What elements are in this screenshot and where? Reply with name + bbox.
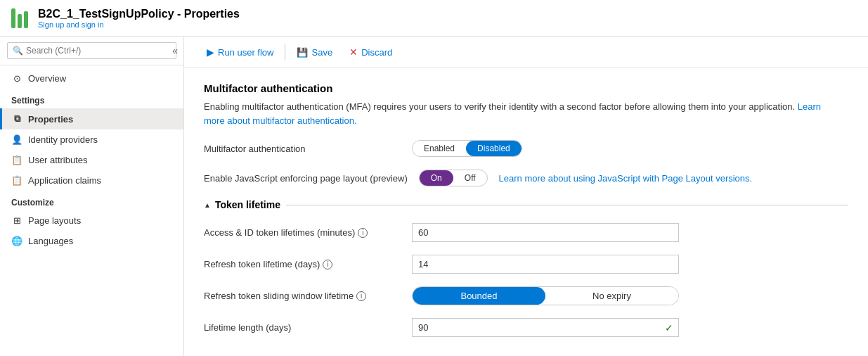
mfa-section: Multifactor authentication Enabling mult… <box>204 82 848 186</box>
sidebar-app-claims-label: Application claims <box>28 175 101 186</box>
properties-icon: ⧉ <box>11 113 22 125</box>
divider-line <box>286 205 848 205</box>
sidebar-item-languages[interactable]: 🌐 Languages <box>0 231 183 251</box>
js-learn-more-link[interactable]: Learn more about using JavaScript with P… <box>499 173 753 184</box>
header: B2C_1_TestSignUpPolicy - Properties Sign… <box>0 0 868 37</box>
save-icon: 💾 <box>297 47 308 58</box>
check-icon: ✓ <box>665 322 673 333</box>
run-user-flow-label: Run user flow <box>218 47 273 58</box>
discard-label: Discard <box>361 47 392 58</box>
sliding-window-info-icon[interactable]: i <box>356 291 366 301</box>
token-divider: ▲ Token lifetime <box>204 199 848 210</box>
access-token-input[interactable] <box>412 223 679 242</box>
bounded-option[interactable]: Bounded <box>413 287 545 305</box>
overview-icon: ⊙ <box>11 73 22 84</box>
sidebar-item-user-attributes[interactable]: 📋 User attributes <box>0 150 183 170</box>
sidebar-item-identity-providers[interactable]: 👤 Identity providers <box>0 129 183 150</box>
sidebar-item-properties[interactable]: ⧉ Properties <box>0 108 183 129</box>
run-user-flow-button[interactable]: ▶ Run user flow <box>198 42 282 62</box>
page-title: B2C_1_TestSignUpPolicy - Properties <box>38 8 240 20</box>
refresh-token-label: Refresh token lifetime (days) i <box>204 259 401 269</box>
toolbar: ▶ Run user flow 💾 Save ✕ Discard <box>184 37 868 68</box>
refresh-token-info-icon[interactable]: i <box>323 260 332 269</box>
settings-section-label: Settings <box>0 89 183 108</box>
sliding-window-row: Refresh token sliding window lifetime i … <box>204 286 848 305</box>
lifetime-length-label: Lifetime length (days) <box>204 322 401 333</box>
mfa-enabled-option[interactable]: Enabled <box>413 141 466 156</box>
header-title-block: B2C_1_TestSignUpPolicy - Properties Sign… <box>38 8 240 29</box>
search-input[interactable] <box>7 42 176 59</box>
customize-section-label: Customize <box>0 191 183 210</box>
mfa-toggle-group[interactable]: Enabled Disabled <box>412 140 522 157</box>
discard-button[interactable]: ✕ Discard <box>341 42 401 62</box>
discard-icon: ✕ <box>349 46 358 58</box>
js-field-label: Enable JavaScript enforcing page layout … <box>204 173 408 184</box>
mfa-desc-text: Enabling multifactor authentication (MFA… <box>204 101 795 112</box>
lifetime-length-row: Lifetime length (days) 90 ✓ <box>204 318 848 337</box>
sidebar: 🔍 « ⊙ Overview Settings ⧉ Properties 👤 I… <box>0 37 184 356</box>
mfa-description: Enabling multifactor authentication (MFA… <box>204 100 836 127</box>
refresh-token-row: Refresh token lifetime (days) i <box>204 255 848 274</box>
page-layouts-icon: ⊞ <box>11 215 22 226</box>
languages-icon: 🌐 <box>11 236 22 246</box>
page-subtitle: Sign up and sign in <box>38 20 240 29</box>
lifetime-length-select-wrap: 90 ✓ <box>412 318 679 337</box>
js-toggle-row: Enable JavaScript enforcing page layout … <box>204 170 848 186</box>
lifetime-length-select[interactable]: 90 <box>412 318 679 337</box>
access-token-info-icon[interactable]: i <box>358 228 368 238</box>
save-label: Save <box>311 47 332 58</box>
right-panel: ▶ Run user flow 💾 Save ✕ Discard Multifa… <box>184 37 868 356</box>
sidebar-page-layouts-label: Page layouts <box>28 215 81 226</box>
user-attributes-icon: 📋 <box>11 155 22 165</box>
sidebar-item-application-claims[interactable]: 📋 Application claims <box>0 170 183 191</box>
identity-providers-icon: 👤 <box>11 134 22 145</box>
sidebar-overview-label: Overview <box>28 73 66 84</box>
toolbar-divider-1 <box>285 44 285 61</box>
no-expiry-option[interactable]: No expiry <box>545 287 678 305</box>
access-token-row: Access & ID token lifetimes (minutes) i <box>204 223 848 242</box>
sliding-toggle-group[interactable]: Bounded No expiry <box>412 286 679 305</box>
token-lifetime-title-wrap[interactable]: ▲ Token lifetime <box>204 199 280 210</box>
mfa-title: Multifactor authentication <box>204 82 848 94</box>
sidebar-user-attr-label: User attributes <box>28 155 88 165</box>
js-toggle-group[interactable]: On Off <box>419 170 488 186</box>
sidebar-item-overview[interactable]: ⊙ Overview <box>0 68 183 89</box>
js-on-option[interactable]: On <box>420 170 453 186</box>
run-icon: ▶ <box>207 46 214 58</box>
sliding-window-label: Refresh token sliding window lifetime i <box>204 291 401 301</box>
js-off-option[interactable]: Off <box>453 170 487 186</box>
sidebar-search-wrap: 🔍 « <box>0 37 183 65</box>
logo-bar-1 <box>11 8 15 28</box>
sidebar-languages-label: Languages <box>28 236 73 246</box>
application-claims-icon: 📋 <box>11 175 22 186</box>
token-lifetime-section: ▲ Token lifetime Access & ID token lifet… <box>204 199 848 337</box>
search-icon: 🔍 <box>13 46 23 56</box>
sidebar-identity-label: Identity providers <box>28 134 98 145</box>
token-lifetime-title: Token lifetime <box>215 199 280 210</box>
main-layout: 🔍 « ⊙ Overview Settings ⧉ Properties 👤 I… <box>0 37 868 356</box>
mfa-toggle-row: Multifactor authentication Enabled Disab… <box>204 140 848 157</box>
save-button[interactable]: 💾 Save <box>288 43 341 62</box>
access-token-label: Access & ID token lifetimes (minutes) i <box>204 227 401 238</box>
refresh-token-input[interactable] <box>412 255 679 274</box>
sidebar-item-page-layouts[interactable]: ⊞ Page layouts <box>0 210 183 231</box>
mfa-field-label: Multifactor authentication <box>204 144 401 154</box>
sidebar-properties-label: Properties <box>28 114 73 125</box>
logo-bar-3 <box>24 11 28 28</box>
mfa-disabled-option[interactable]: Disabled <box>466 141 522 156</box>
content-area: Multifactor authentication Enabling mult… <box>184 68 868 356</box>
logo-bar-2 <box>18 14 22 28</box>
collapse-icon[interactable]: « <box>172 45 178 56</box>
collapse-chevron-icon: ▲ <box>204 201 211 209</box>
logo <box>11 8 28 28</box>
sidebar-nav: ⊙ Overview Settings ⧉ Properties 👤 Ident… <box>0 65 183 356</box>
